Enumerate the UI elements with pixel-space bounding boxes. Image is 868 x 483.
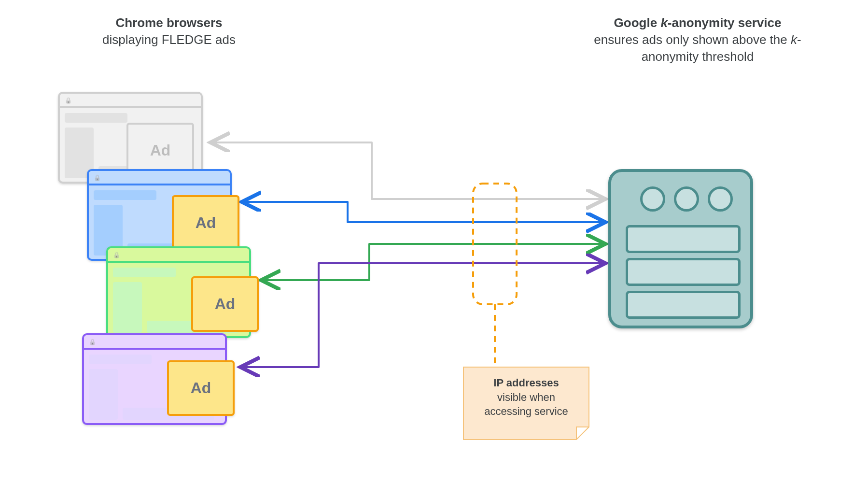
server-slot — [626, 258, 741, 286]
ad-label: Ad — [196, 214, 216, 232]
lock-icon: 🔒 — [65, 97, 72, 104]
lock-icon: 🔒 — [113, 252, 120, 258]
content-bar — [89, 355, 152, 364]
arrow-green — [263, 244, 603, 280]
ip-note-line1: visible when — [497, 391, 555, 403]
server-led — [640, 186, 665, 212]
server-box — [608, 169, 753, 328]
server-slot — [626, 291, 741, 319]
content-bar — [113, 282, 142, 333]
content-bar — [65, 113, 127, 123]
content-bar — [89, 369, 118, 420]
ad-box: Ad — [191, 276, 259, 332]
browser-purple: 🔒Ad — [82, 333, 227, 425]
browser-green: 🔒Ad — [106, 246, 251, 338]
lock-icon: 🔒 — [89, 339, 96, 345]
ip-note-bold: IP addresses — [493, 377, 559, 389]
arrow-blue — [244, 202, 603, 222]
ad-box: Ad — [172, 195, 239, 251]
content-bar — [113, 268, 176, 277]
ad-label: Ad — [215, 295, 236, 313]
server-led — [674, 186, 699, 212]
content-bar — [94, 190, 156, 200]
server-slot — [626, 225, 741, 253]
ad-box: Ad — [167, 360, 235, 416]
ip-note: IP addresses visible when accessing serv… — [463, 367, 589, 429]
server-led — [708, 186, 733, 212]
lock-icon: 🔒 — [94, 174, 101, 181]
arrow-gray — [212, 142, 603, 199]
ad-label: Ad — [150, 142, 171, 159]
ip-note-line2: accessing service — [484, 405, 568, 417]
arrow-purple — [242, 263, 603, 367]
ad-label: Ad — [191, 379, 211, 397]
